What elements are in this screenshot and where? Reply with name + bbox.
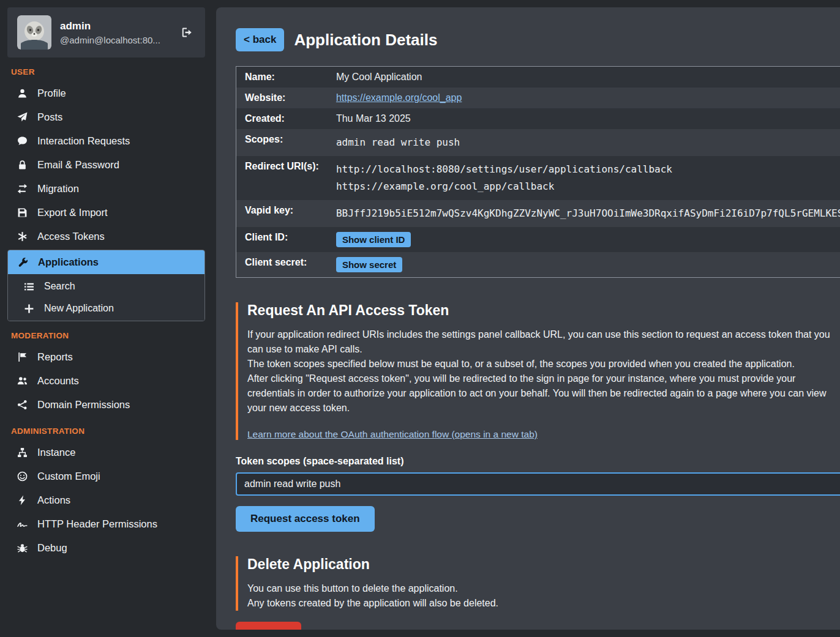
comment-icon bbox=[16, 136, 28, 146]
sidebar-item-label: Reports bbox=[37, 351, 73, 363]
main-area: < back Application Details Name: My Cool… bbox=[211, 0, 840, 637]
bolt-icon bbox=[16, 495, 28, 505]
detail-value-name: My Cool Application bbox=[328, 67, 840, 88]
detail-label: Vapid key: bbox=[236, 200, 328, 227]
sidebar-item-label: Custom Emoji bbox=[37, 471, 100, 482]
sidebar-item-label: Search bbox=[44, 281, 75, 292]
show-client-id-button[interactable]: Show client ID bbox=[336, 232, 411, 247]
paper-plane-icon bbox=[16, 112, 28, 122]
sidebar-item-label: Instance bbox=[37, 447, 75, 458]
avatar[interactable] bbox=[17, 15, 51, 50]
sidebar-item-accounts[interactable]: Accounts bbox=[7, 369, 205, 393]
sidebar-item-label: HTTP Header Permissions bbox=[37, 518, 157, 530]
table-row: Created: Thu Mar 13 2025 bbox=[236, 108, 840, 129]
table-row: Scopes: admin read write push bbox=[236, 129, 840, 156]
request-token-section: Request An API Access Token If your appl… bbox=[236, 302, 840, 440]
user-handle: @admin@localhost:80... bbox=[60, 35, 160, 45]
sidebar-item-new-application[interactable]: New Application bbox=[8, 297, 204, 319]
section-label-administration: ADMINISTRATION bbox=[11, 427, 201, 436]
user-card: admin @admin@localhost:80... bbox=[7, 7, 205, 58]
sidebar-item-label: Actions bbox=[37, 494, 70, 506]
request-token-paragraph: If your application redirect URIs includ… bbox=[247, 327, 835, 357]
sidebar-item-label: Export & Import bbox=[37, 207, 108, 218]
floppy-icon bbox=[16, 207, 28, 218]
sidebar-item-label: Interaction Requests bbox=[37, 135, 130, 147]
detail-value-redirect-uris: http://localhost:8080/settings/user/appl… bbox=[328, 156, 840, 200]
delete-application-heading: Delete Application bbox=[247, 556, 840, 573]
detail-value-scopes: admin read write push bbox=[328, 129, 840, 156]
sidebar-item-export-import[interactable]: Export & Import bbox=[7, 201, 205, 225]
redirect-uri-line: http://localhost:8080/settings/user/appl… bbox=[336, 161, 840, 178]
sidebar-item-email-password[interactable]: Email & Password bbox=[7, 153, 205, 177]
sidebar-item-applications[interactable]: Applications bbox=[8, 250, 204, 274]
share-nodes-icon bbox=[16, 400, 28, 410]
sidebar-item-label: Email & Password bbox=[37, 159, 119, 171]
sidebar-item-http-header-permissions[interactable]: HTTP Header Permissions bbox=[7, 512, 205, 536]
table-row: Vapid key: BBJffJ219b5iE512m7wQSzv4KgKDh… bbox=[236, 200, 840, 227]
sidebar-item-label: Debug bbox=[37, 542, 67, 554]
table-row: Name: My Cool Application bbox=[236, 67, 840, 88]
delete-application-section: Delete Application You can use this butt… bbox=[236, 556, 840, 611]
request-access-token-button[interactable]: Request access token bbox=[236, 506, 375, 532]
sign-out-icon bbox=[181, 26, 193, 39]
sidebar-item-access-tokens[interactable]: Access Tokens bbox=[7, 225, 205, 248]
sidebar-item-label: Applications bbox=[38, 256, 99, 268]
detail-label: Website: bbox=[236, 88, 328, 108]
list-icon bbox=[23, 281, 35, 292]
sidebar-item-label: Accounts bbox=[37, 375, 79, 387]
show-secret-button[interactable]: Show secret bbox=[336, 257, 402, 272]
detail-label: Client ID: bbox=[236, 227, 328, 252]
exchange-icon bbox=[16, 184, 28, 194]
table-row: Client ID: Show client ID bbox=[236, 227, 840, 252]
logout-button[interactable] bbox=[178, 23, 195, 42]
sidebar-item-label: Migration bbox=[37, 183, 79, 195]
token-scopes-input[interactable] bbox=[236, 472, 840, 496]
detail-label: Client secret: bbox=[236, 252, 328, 278]
sidebar-item-interaction-requests[interactable]: Interaction Requests bbox=[7, 129, 205, 153]
application-details-table: Name: My Cool Application Website: https… bbox=[236, 66, 840, 278]
sidebar-item-reports[interactable]: Reports bbox=[7, 345, 205, 369]
sidebar-item-label: Access Tokens bbox=[37, 231, 105, 242]
sidebar-item-custom-emoji[interactable]: Custom Emoji bbox=[7, 464, 205, 488]
detail-label: Created: bbox=[236, 108, 328, 129]
sidebar-item-actions[interactable]: Actions bbox=[7, 488, 205, 512]
sidebar-item-label: New Application bbox=[44, 303, 114, 314]
section-label-moderation: MODERATION bbox=[11, 331, 201, 340]
wrench-icon bbox=[17, 257, 29, 267]
sidebar-item-label: Domain Permissions bbox=[37, 399, 130, 411]
delete-info-line: Any tokens created by the application wi… bbox=[247, 596, 835, 611]
sidebar-item-profile[interactable]: Profile bbox=[7, 81, 205, 105]
sitemap-icon bbox=[16, 447, 28, 458]
detail-label: Name: bbox=[236, 67, 328, 88]
page-header: < back Application Details bbox=[236, 28, 840, 51]
sidebar-item-applications-search[interactable]: Search bbox=[8, 275, 204, 297]
smiley-icon bbox=[16, 471, 28, 482]
request-token-paragraph: The token scopes specified below must be… bbox=[247, 357, 835, 371]
request-token-heading: Request An API Access Token bbox=[247, 302, 840, 319]
users-icon bbox=[16, 376, 28, 386]
detail-label: Redirect URI(s): bbox=[236, 156, 328, 200]
sidebar-item-migration[interactable]: Migration bbox=[7, 177, 205, 201]
sidebar-item-domain-permissions[interactable]: Domain Permissions bbox=[7, 393, 205, 417]
sidebar-group-applications: Applications Search New Application bbox=[7, 250, 205, 321]
sidebar-item-posts[interactable]: Posts bbox=[7, 105, 205, 129]
table-row: Redirect URI(s): http://localhost:8080/s… bbox=[236, 156, 840, 200]
asterisk-icon bbox=[16, 231, 28, 242]
section-label-user: USER bbox=[11, 67, 201, 76]
user-meta: admin @admin@localhost:80... bbox=[60, 20, 160, 45]
sidebar-item-debug[interactable]: Debug bbox=[7, 536, 205, 560]
sidebar-item-label: Profile bbox=[37, 88, 66, 99]
user-name: admin bbox=[60, 20, 160, 32]
oauth-docs-link[interactable]: Learn more about the OAuth authenticatio… bbox=[247, 429, 538, 440]
signature-icon bbox=[16, 519, 28, 529]
content-panel: < back Application Details Name: My Cool… bbox=[216, 7, 840, 630]
sidebar-item-instance[interactable]: Instance bbox=[7, 441, 205, 464]
website-link[interactable]: https://example.org/cool_app bbox=[336, 92, 462, 103]
sidebar-item-label: Posts bbox=[37, 111, 62, 123]
back-button[interactable]: < back bbox=[236, 28, 284, 51]
table-row: Client secret: Show secret bbox=[236, 252, 840, 278]
token-scopes-label: Token scopes (space-separated list) bbox=[236, 456, 840, 467]
request-token-paragraph: After clicking "Request access token", y… bbox=[247, 371, 835, 415]
lock-icon bbox=[16, 160, 28, 170]
delete-button[interactable]: Delete bbox=[236, 622, 301, 630]
